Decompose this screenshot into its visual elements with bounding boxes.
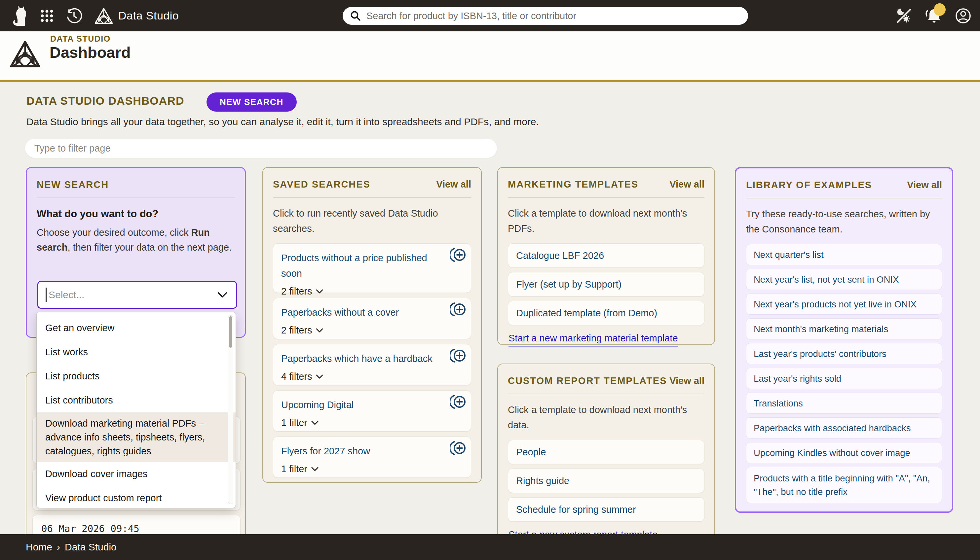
template-item[interactable]: Duplicated template (from Demo)	[508, 301, 705, 325]
saved-search-link[interactable]: Paperbacks which have a hardback	[281, 353, 432, 364]
custom-report-description: Click a template to download next month'…	[508, 402, 705, 433]
template-link[interactable]: Flyer (set up by Support)	[516, 279, 621, 290]
divider	[37, 197, 235, 198]
example-search-item[interactable]: Last year's rights sold	[746, 368, 942, 389]
saved-search-item[interactable]: Paperbacks which have a hardback 4 filte…	[273, 344, 471, 385]
template-item[interactable]: Schedule for spring summer	[508, 497, 705, 522]
account-avatar-icon[interactable]	[955, 8, 972, 24]
start-marketing-template-link[interactable]: Start a new marketing material template	[509, 333, 678, 347]
chevron-down-icon	[316, 289, 323, 293]
example-search-item[interactable]: Translations	[746, 393, 942, 414]
saved-search-item[interactable]: Paperbacks without a cover 2 filters	[273, 298, 471, 339]
add-to-list-icon[interactable]	[450, 441, 466, 457]
saved-search-link[interactable]: Products without a price published soon	[281, 253, 427, 279]
library-view-all-link[interactable]: View all	[907, 180, 942, 190]
theme-toggle-icon[interactable]	[896, 8, 912, 24]
saved-search-link[interactable]: Flyers for 2027 show	[281, 446, 370, 456]
filters-toggle[interactable]: 1 filter	[281, 463, 438, 475]
example-search-link[interactable]: Products with a title beginning with "A"…	[754, 472, 934, 498]
dropdown-option[interactable]: Download cover images	[37, 462, 235, 486]
example-search-item[interactable]: Next month's marketing materials	[746, 318, 942, 340]
example-search-item[interactable]: Next quarter's list	[746, 244, 942, 265]
marketing-templates-view-all-link[interactable]: View all	[669, 179, 705, 190]
saved-searches-view-all-link[interactable]: View all	[436, 179, 471, 190]
divider	[746, 198, 942, 198]
example-search-link[interactable]: Last year's rights sold	[754, 372, 841, 385]
saved-search-item[interactable]: Flyers for 2027 show 1 filter	[273, 437, 471, 478]
custom-report-templates-title: CUSTOM REPORT TEMPLATES	[508, 375, 667, 386]
dropdown-scrollbar-thumb[interactable]	[229, 316, 232, 348]
saved-search-link[interactable]: Upcoming Digital	[281, 400, 354, 410]
example-search-item[interactable]: Next year's list, not yet sent in ONIX	[746, 269, 942, 290]
custom-report-view-all-link[interactable]: View all	[669, 375, 705, 386]
example-search-item[interactable]: Paperbacks with associated hardbacks	[746, 417, 942, 438]
data-studio-dashboard: Data Studio DATA STUDIO Dashboard	[0, 0, 980, 560]
example-search-item[interactable]: Products with a title beginning with "A"…	[746, 467, 942, 503]
filters-toggle[interactable]: 2 filters	[281, 286, 438, 297]
add-to-list-icon[interactable]	[450, 395, 466, 411]
template-item[interactable]: Rights guide	[508, 468, 705, 493]
chevron-down-icon	[316, 375, 323, 379]
saved-search-item[interactable]: Upcoming Digital 1 filter	[273, 390, 471, 432]
breadcrumb-current-link[interactable]: Data Studio	[65, 542, 117, 553]
example-search-link[interactable]: Translations	[754, 397, 803, 410]
saved-searches-description: Click to run recently saved Data Studio …	[273, 206, 464, 236]
cat-logo-icon[interactable]	[13, 6, 28, 26]
template-item[interactable]: Catalogue LBF 2026	[508, 243, 705, 268]
dropdown-option[interactable]: Get an overview	[37, 316, 235, 340]
divider	[508, 197, 705, 198]
dropdown-option[interactable]: View product custom report	[37, 486, 235, 508]
example-search-link[interactable]: Last year's products' contributors	[754, 347, 887, 360]
text-cursor	[46, 288, 47, 302]
notifications-bell-icon[interactable]	[925, 7, 942, 25]
example-search-link[interactable]: Upcoming Kindles without cover image	[754, 446, 910, 460]
add-to-list-icon[interactable]	[450, 302, 466, 318]
dashboard-description: Data Studio brings all your data togethe…	[27, 116, 539, 127]
apps-grid-icon[interactable]	[40, 9, 53, 22]
dropdown-option-highlighted[interactable]: Download marketing material PDFs – advan…	[37, 412, 235, 462]
search-icon	[350, 10, 361, 22]
library-description: Try these ready-to-use searches, written…	[746, 207, 945, 237]
page-filter-input[interactable]	[25, 139, 497, 158]
breadcrumb-home-link[interactable]: Home	[26, 542, 52, 553]
saved-searches-card: SAVED SEARCHES View all Click to run rec…	[262, 167, 482, 483]
filters-toggle[interactable]: 1 filter	[281, 417, 438, 428]
template-item[interactable]: Flyer (set up by Support)	[508, 272, 705, 297]
example-search-item[interactable]: Upcoming Kindles without cover image	[746, 442, 942, 463]
add-to-list-icon[interactable]	[450, 348, 466, 365]
template-link[interactable]: Catalogue LBF 2026	[516, 250, 604, 261]
example-search-link[interactable]: Next year's products not yet live in ONI…	[754, 298, 917, 311]
saved-search-link[interactable]: Paperbacks without a cover	[281, 307, 399, 318]
template-link[interactable]: Duplicated template (from Demo)	[516, 308, 657, 318]
history-icon[interactable]	[66, 8, 82, 24]
filters-toggle[interactable]: 4 filters	[281, 371, 438, 382]
data-studio-logo-icon[interactable]	[95, 7, 113, 25]
dropdown-option[interactable]: List works	[37, 340, 235, 364]
saved-searches-title: SAVED SEARCHES	[273, 179, 371, 190]
template-item[interactable]: People	[508, 440, 705, 464]
example-search-link[interactable]: Next year's list, not yet sent in ONIX	[754, 273, 899, 286]
custom-report-templates-card: CUSTOM REPORT TEMPLATES View all Click a…	[497, 363, 715, 560]
add-to-list-icon[interactable]	[450, 248, 466, 264]
new-search-button[interactable]: NEW SEARCH	[207, 92, 297, 112]
chevron-down-icon	[311, 421, 319, 425]
example-search-link[interactable]: Paperbacks with associated hardbacks	[754, 421, 911, 435]
new-search-instruction: Choose your desired outcome, click Run s…	[37, 225, 236, 255]
breadcrumb: Home › Data Studio	[26, 542, 117, 553]
template-link[interactable]: Schedule for spring summer	[516, 504, 636, 515]
header-eyebrow: DATA STUDIO	[50, 34, 111, 43]
example-search-link[interactable]: Next month's marketing materials	[754, 322, 888, 336]
dropdown-option[interactable]: List products	[37, 364, 235, 388]
global-search-input[interactable]	[366, 10, 731, 22]
example-search-link[interactable]: Next quarter's list	[754, 248, 824, 262]
dropdown-option[interactable]: List contributors	[37, 388, 235, 412]
template-link[interactable]: People	[516, 447, 546, 458]
notification-dot	[934, 3, 946, 16]
template-link[interactable]: Rights guide	[516, 475, 569, 487]
example-search-item[interactable]: Next year's products not yet live in ONI…	[746, 293, 942, 315]
saved-search-item[interactable]: Products without a price published soon …	[273, 243, 471, 293]
example-search-item[interactable]: Last year's products' contributors	[746, 343, 942, 364]
filters-toggle[interactable]: 2 filters	[281, 325, 438, 336]
outcome-select[interactable]: Select...	[37, 281, 237, 309]
global-search	[343, 7, 748, 25]
